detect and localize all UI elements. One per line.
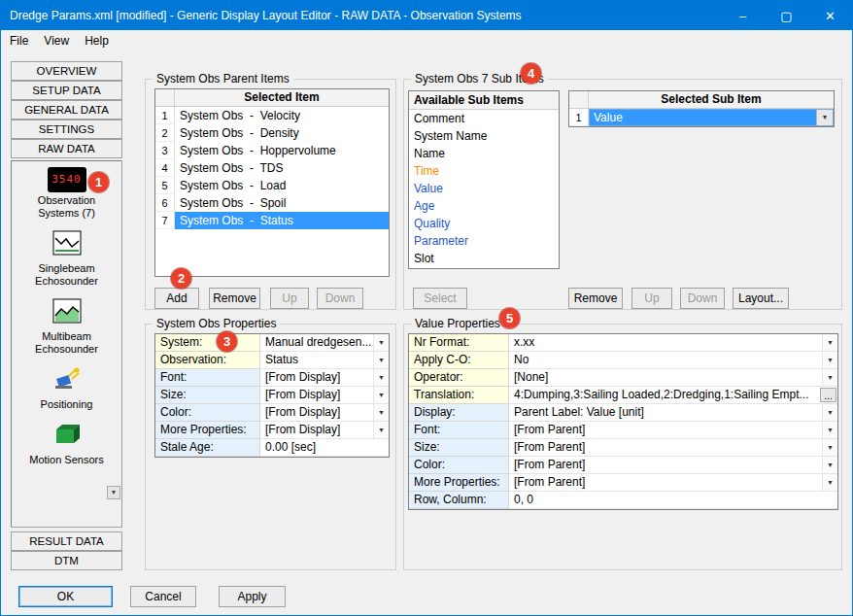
- close-button[interactable]: ✕: [808, 1, 852, 30]
- menu-file[interactable]: File: [2, 31, 36, 51]
- layout-button[interactable]: Layout...: [733, 288, 789, 309]
- available-item-time[interactable]: Time: [409, 162, 559, 180]
- available-item-slot[interactable]: Slot: [409, 250, 559, 267]
- stale-age-field[interactable]: 0.00 [sec]: [260, 439, 389, 457]
- table-header: Selected Sub Item: [569, 91, 834, 109]
- group-title: System Obs Properties: [153, 317, 280, 330]
- up-sub-button[interactable]: Up: [631, 288, 672, 309]
- chevron-down-icon[interactable]: ▼: [822, 422, 837, 438]
- sidebar-tab-setup-data[interactable]: SETUP DATA: [11, 81, 122, 100]
- device-positioning[interactable]: Positioning: [12, 364, 121, 411]
- chevron-down-icon[interactable]: ▼: [373, 334, 389, 351]
- sidebar-tab-result-data[interactable]: RESULT DATA: [11, 531, 122, 551]
- value-properties-grid: Nr Format: x.xx▼ Apply C-O: No▼ Operator…: [408, 333, 838, 510]
- available-header: Available Sub Items: [409, 91, 559, 110]
- apply-button[interactable]: Apply: [219, 586, 286, 607]
- chevron-down-icon[interactable]: ▼: [822, 352, 837, 368]
- down-button[interactable]: Down: [317, 288, 363, 309]
- row-column-field[interactable]: 0, 0: [509, 492, 837, 509]
- apply-co-dropdown[interactable]: No▼: [509, 352, 837, 369]
- property-value: [From Parent]: [509, 474, 822, 491]
- available-item-parameter[interactable]: Parameter: [409, 232, 559, 250]
- remove-button[interactable]: Remove: [209, 288, 260, 309]
- down-sub-button[interactable]: Down: [680, 288, 725, 309]
- titlebar[interactable]: Dredge Params.xml [modified] - Generic D…: [1, 1, 852, 30]
- maximize-button[interactable]: ▢: [765, 1, 808, 30]
- chevron-down-icon[interactable]: ▼: [822, 457, 837, 473]
- device-multibeam-echosounder[interactable]: Multibeam Echosounder: [12, 296, 121, 356]
- property-value: [From Parent]: [509, 422, 822, 438]
- available-sub-items-list[interactable]: Available Sub Items Comment System Name …: [408, 90, 560, 269]
- sidebar-tab-dtm[interactable]: DTM: [11, 551, 122, 570]
- chevron-down-icon[interactable]: ▼: [822, 369, 837, 386]
- font-dropdown[interactable]: [From Display]▼: [260, 369, 389, 387]
- more-properties-parent-dropdown[interactable]: [From Parent]▼: [509, 474, 837, 492]
- size-dropdown[interactable]: [From Display]▼: [260, 387, 389, 404]
- selected-sub-item-combo[interactable]: Value ▼: [589, 109, 834, 126]
- scroll-down-button[interactable]: ▼: [107, 486, 120, 499]
- chevron-down-icon[interactable]: ▼: [822, 404, 837, 421]
- font-parent-dropdown[interactable]: [From Parent]▼: [509, 422, 837, 439]
- row-number: 7: [155, 212, 175, 229]
- available-item-value[interactable]: Value: [409, 180, 559, 197]
- selected-sub-item-row[interactable]: 1 Value ▼: [569, 109, 834, 126]
- more-properties-dropdown[interactable]: [From Display]▼: [260, 422, 389, 439]
- sidebar-tab-overview[interactable]: OVERVIEW: [11, 61, 122, 81]
- select-button[interactable]: Select: [413, 288, 467, 309]
- device-singlebeam-echosounder[interactable]: Singlebeam Echosounder: [12, 228, 121, 288]
- table-row[interactable]: 5System Obs - Load: [155, 177, 389, 194]
- device-label: Motion Sensors: [26, 454, 108, 466]
- parent-items-table[interactable]: Selected Item 1System Obs - Velocity 2Sy…: [154, 88, 390, 277]
- chevron-down-icon[interactable]: ▼: [373, 369, 389, 386]
- row-text: System Obs - Status: [175, 212, 389, 229]
- sidebar-tab-raw-data[interactable]: RAW DATA: [11, 139, 122, 158]
- nr-format-dropdown[interactable]: x.xx▼: [509, 334, 837, 352]
- sidebar-tab-general-data[interactable]: GENERAL DATA: [11, 100, 122, 120]
- ellipsis-button[interactable]: ...: [820, 388, 836, 402]
- available-item-name[interactable]: Name: [409, 145, 559, 162]
- available-item-quality[interactable]: Quality: [409, 215, 559, 232]
- table-row[interactable]: 6System Obs - Spoil: [155, 194, 389, 212]
- group-title: System Obs Parent Items: [153, 72, 293, 86]
- table-row[interactable]: 2System Obs - Density: [155, 124, 389, 142]
- translation-field[interactable]: 4:Dumping,3:Sailing Loaded,2:Dredging,1:…: [509, 387, 837, 404]
- menu-view[interactable]: View: [36, 31, 77, 51]
- chevron-down-icon[interactable]: ▼: [373, 387, 389, 403]
- table-row[interactable]: 4System Obs - TDS: [155, 159, 389, 177]
- up-button[interactable]: Up: [270, 288, 309, 309]
- chevron-down-icon[interactable]: ▼: [822, 439, 837, 456]
- display-dropdown[interactable]: Parent Label: Value [unit]▼: [509, 404, 837, 422]
- operator-dropdown[interactable]: [None]▼: [509, 369, 837, 387]
- device-motion-sensors[interactable]: Motion Sensors: [12, 420, 121, 466]
- chevron-down-icon[interactable]: ▼: [373, 404, 389, 421]
- available-item-age[interactable]: Age: [409, 197, 559, 215]
- row-number: 2: [155, 124, 175, 142]
- color-dropdown[interactable]: [From Display]▼: [260, 404, 389, 422]
- minimize-button[interactable]: –: [721, 1, 765, 30]
- device-list: 3540 Observation Systems (7) Singlebeam …: [11, 160, 122, 528]
- selected-sub-item-table[interactable]: Selected Sub Item 1 Value ▼: [568, 90, 835, 127]
- chevron-down-icon[interactable]: ▼: [822, 474, 837, 491]
- cancel-button[interactable]: Cancel: [130, 586, 196, 607]
- chevron-down-icon[interactable]: ▼: [373, 422, 389, 438]
- property-label: System:: [155, 334, 260, 352]
- color-parent-dropdown[interactable]: [From Parent]▼: [509, 457, 837, 474]
- size-parent-dropdown[interactable]: [From Parent]▼: [509, 439, 837, 457]
- chevron-down-icon[interactable]: ▼: [822, 334, 837, 351]
- observation-dropdown[interactable]: Status▼: [260, 352, 389, 369]
- sidebar-tab-settings[interactable]: SETTINGS: [11, 120, 122, 139]
- remove-sub-button[interactable]: Remove: [568, 288, 623, 309]
- available-item-comment[interactable]: Comment: [409, 110, 559, 127]
- table-row-selected[interactable]: 7System Obs - Status: [155, 212, 389, 229]
- ok-button[interactable]: OK: [18, 586, 113, 607]
- chevron-down-icon[interactable]: ▼: [816, 110, 833, 125]
- annotation-badge-4: 4: [521, 63, 541, 84]
- system-dropdown[interactable]: Manual dredgesen...▼: [260, 334, 389, 352]
- add-button[interactable]: Add: [154, 288, 199, 309]
- table-row[interactable]: 3System Obs - Hoppervolume: [155, 142, 389, 159]
- chevron-down-icon[interactable]: ▼: [373, 352, 389, 368]
- table-row[interactable]: 1System Obs - Velocity: [155, 107, 389, 124]
- available-item-system-name[interactable]: System Name: [409, 127, 559, 145]
- satellite-icon: [52, 364, 82, 396]
- menu-help[interactable]: Help: [77, 31, 117, 51]
